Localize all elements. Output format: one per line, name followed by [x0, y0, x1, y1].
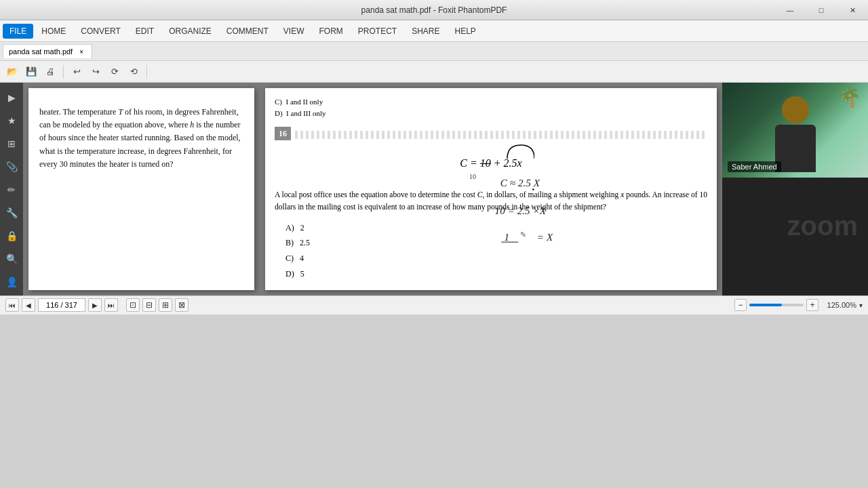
pdf-pages: heater. The temperature T of his room, i…: [23, 83, 722, 296]
question-16-header: 16: [275, 127, 707, 143]
sidebar-pages-icon[interactable]: ⊞: [2, 134, 21, 153]
menu-share[interactable]: SHARE: [405, 24, 446, 39]
toolbar-separator-2: [146, 65, 147, 79]
close-button[interactable]: ✕: [837, 0, 868, 20]
last-page-button[interactable]: ⏭: [104, 298, 118, 312]
zoom-controls: − + 125.00% ▾: [734, 299, 863, 311]
sidebar-bookmark-icon[interactable]: ★: [2, 111, 21, 130]
menubar: FILE HOME CONVERT EDIT ORGANIZE COMMENT …: [0, 20, 868, 42]
pdf-page-left: heater. The temperature T of his room, i…: [28, 88, 254, 290]
page-input[interactable]: [38, 298, 85, 312]
zoom-slider-container: [749, 304, 804, 306]
toolbar-extra-2[interactable]: ⟲: [125, 64, 142, 80]
tabbar: panda sat math.pdf ×: [0, 42, 868, 61]
webcam-name-label: Saber Ahmed: [728, 161, 781, 172]
left-sidebar: ▶ ★ ⊞ 📎 ✏ 🔧 🔒 🔍 👤: [0, 83, 23, 296]
tab-close-button[interactable]: ×: [77, 47, 86, 56]
toolbar-redo-icon[interactable]: ↪: [87, 64, 104, 80]
first-page-button[interactable]: ⏮: [5, 298, 19, 312]
titlebar: panda sat math.pdf - Foxit PhantomPDF — …: [0, 0, 868, 20]
pdf-area: heater. The temperature T of his room, i…: [23, 83, 722, 296]
zoom-level-label: 125.00%: [821, 301, 856, 309]
statusbar: ⏮ ◀ ▶ ⏭ ⊡ ⊟ ⊞ ⊠ − + 125.00% ▾: [0, 296, 868, 314]
menu-comment[interactable]: COMMENT: [220, 24, 275, 39]
prev-page-button[interactable]: ◀: [22, 298, 35, 312]
menu-file[interactable]: FILE: [3, 24, 33, 39]
zoom-logo: zoom: [787, 211, 858, 241]
question-text: A local post office uses the equation ab…: [275, 189, 707, 214]
choice-d: D) 5: [285, 266, 707, 282]
answer-d: D) I and III only: [275, 108, 707, 119]
menu-view[interactable]: VIEW: [277, 24, 311, 39]
window-controls: — □ ✕: [774, 0, 868, 20]
menu-home[interactable]: HOME: [35, 24, 73, 39]
right-page-content: C) I and II only D) I and III only 16: [265, 88, 717, 290]
equation-area: C = 10 + 2.5x 10: [275, 148, 707, 182]
zoom-dropdown-button[interactable]: ▾: [859, 302, 863, 309]
minimize-button[interactable]: —: [774, 0, 806, 20]
left-page-content: heater. The temperature T of his room, i…: [28, 88, 254, 290]
toolbar: 📂 💾 🖨 ↩ ↪ ⟳ ⟲: [0, 61, 868, 83]
menu-protect[interactable]: PROTECT: [351, 24, 403, 39]
zoom-out-button[interactable]: −: [734, 299, 747, 311]
answer-choices: A) 2 B) 2.5 C) 4 D) 5: [285, 220, 707, 282]
question-number: 16: [275, 127, 291, 140]
prev-question-answers: C) I and II only D) I and III only: [275, 96, 707, 119]
menu-form[interactable]: FORM: [312, 24, 349, 39]
pdf-page-right: C) I and II only D) I and III only 16: [265, 88, 717, 290]
zoom-slider-fill: [749, 304, 782, 306]
sidebar-user-icon[interactable]: 👤: [2, 272, 21, 291]
zoom-slider[interactable]: [749, 304, 804, 306]
webcam-video: 🌴 Saber Ahmed: [722, 83, 868, 178]
zoom-in-button[interactable]: +: [806, 299, 818, 311]
fit-width-button[interactable]: ⊟: [142, 298, 156, 312]
menu-help[interactable]: HELP: [448, 24, 483, 39]
person-head: [782, 96, 809, 123]
app-title: panda sat math.pdf - Foxit PhantomPDF: [361, 5, 507, 15]
single-page-button[interactable]: ⊠: [175, 298, 189, 312]
page-wrapper: panda sat math.pdf × 📂 💾 🖨 ↩ ↪ ⟳ ⟲ ▶ ★ ⊞…: [0, 42, 868, 296]
next-page-button[interactable]: ▶: [88, 298, 102, 312]
document-tab[interactable]: panda sat math.pdf ×: [3, 44, 92, 58]
menu-edit[interactable]: EDIT: [129, 24, 161, 39]
toolbar-save-icon[interactable]: 💾: [23, 64, 39, 80]
choice-c: C) 4: [285, 251, 707, 266]
sidebar-annotate-icon[interactable]: ✏: [2, 180, 21, 199]
sidebar-search-icon[interactable]: 🔍: [2, 249, 21, 268]
left-page-text: heater. The temperature T of his room, i…: [39, 106, 243, 171]
multi-page-button[interactable]: ⊞: [159, 298, 172, 312]
toolbar-undo-icon[interactable]: ↩: [68, 64, 85, 80]
toolbar-extra-1[interactable]: ⟳: [106, 64, 123, 80]
sidebar-lock-icon[interactable]: 🔒: [2, 226, 21, 245]
sidebar-tools-icon[interactable]: 🔧: [2, 203, 21, 222]
toolbar-separator-1: [63, 65, 64, 79]
background-trees: 🌴: [837, 86, 861, 108]
content-area: ▶ ★ ⊞ 📎 ✏ 🔧 🔒 🔍 👤 heater. The temperatur…: [0, 83, 868, 296]
nav-controls: ⏮ ◀ ▶ ⏭ ⊡ ⊟ ⊞ ⊠: [5, 298, 189, 312]
webcam-panel: 🌴 Saber Ahmed zoom: [722, 83, 868, 296]
sidebar-nav-icon[interactable]: ▶: [2, 88, 21, 107]
choice-a: A) 2: [285, 220, 707, 236]
fit-page-button[interactable]: ⊡: [126, 298, 140, 312]
menu-convert[interactable]: CONVERT: [74, 24, 127, 39]
choice-b: B) 2.5: [285, 235, 707, 251]
menu-organize[interactable]: ORGANIZE: [162, 24, 218, 39]
answer-c: C) I and II only: [275, 96, 707, 108]
sidebar-attach-icon[interactable]: 📎: [2, 157, 21, 176]
maximize-button[interactable]: □: [806, 0, 837, 20]
tab-filename: panda sat math.pdf: [9, 47, 73, 56]
toolbar-open-icon[interactable]: 📂: [4, 64, 20, 80]
toolbar-print-icon[interactable]: 🖨: [42, 64, 58, 80]
